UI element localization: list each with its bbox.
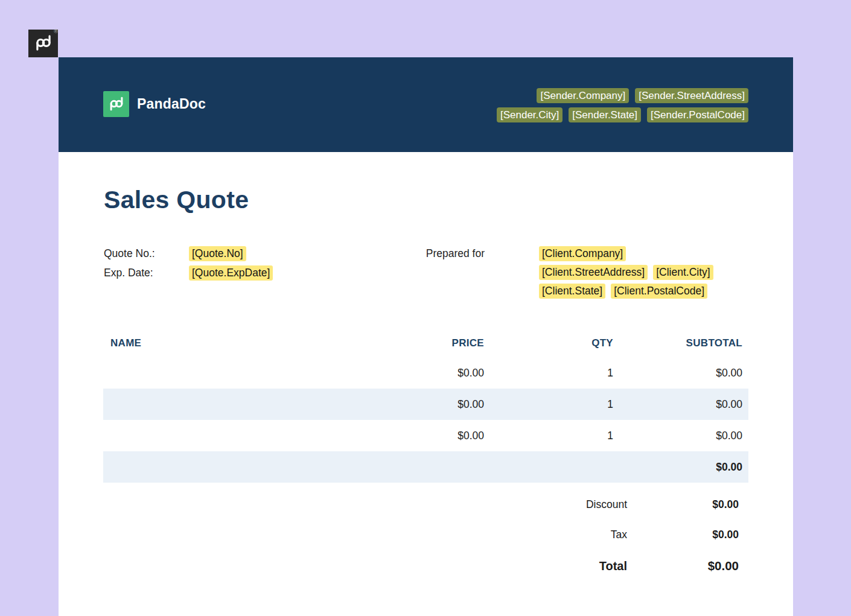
prepared-for-label: Prepared for — [59, 244, 485, 264]
item-subtotal-cell: $0.00 — [613, 367, 748, 379]
exp-date-placeholder[interactable]: [Quote.ExpDate] — [189, 265, 273, 281]
items-subtotal-row: $0.00 — [103, 451, 748, 483]
document-header: PandaDoc [Sender.Company] [Sender.Street… — [59, 57, 793, 152]
client-line-1: [Client.Company] — [539, 244, 626, 263]
registered-trademark-symbol: ® — [54, 29, 58, 34]
item-subtotal-cell: $0.00 — [613, 430, 748, 442]
sender-street-placeholder[interactable]: [Sender.StreetAddress] — [635, 88, 748, 103]
table-header-row: NAME PRICE QTY SUBTOTAL — [103, 329, 748, 357]
sender-line-2: [Sender.City] [Sender.State] [Sender.Pos… — [497, 107, 748, 122]
total-value: $0.00 — [708, 559, 739, 573]
totals-section: Discount $0.00 Tax $0.00 Total $0.00 — [59, 489, 793, 582]
discount-label: Discount — [586, 498, 627, 511]
total-label: Total — [599, 559, 627, 573]
item-qty-cell: 1 — [484, 430, 613, 442]
column-header-name: NAME — [103, 337, 357, 349]
items-subtotal-value: $0.00 — [613, 461, 748, 474]
discount-value: $0.00 — [712, 498, 739, 511]
item-qty-cell: 1 — [484, 367, 613, 379]
table-row[interactable]: $0.00 1 $0.00 — [103, 420, 748, 451]
page: ® PandaDoc [Sender.Company] — [0, 0, 851, 616]
sender-state-placeholder[interactable]: [Sender.State] — [569, 107, 641, 122]
pandadoc-watermark-logo: ® — [28, 30, 58, 57]
client-street-placeholder[interactable]: [Client.StreetAddress] — [539, 265, 648, 280]
item-qty-cell: 1 — [484, 398, 613, 411]
tax-row: Tax $0.00 — [59, 519, 793, 550]
sender-line-1: [Sender.Company] [Sender.StreetAddress] — [537, 88, 748, 103]
client-company-placeholder[interactable]: [Client.Company] — [539, 246, 626, 261]
client-address-block: [Client.Company] [Client.StreetAddress] … — [539, 244, 713, 300]
item-price-cell: $0.00 — [357, 367, 484, 379]
table-row[interactable]: $0.00 1 $0.00 — [103, 357, 748, 389]
pandadoc-mark-icon — [33, 33, 54, 54]
items-table: NAME PRICE QTY SUBTOTAL $0.00 1 $0.00 $0… — [103, 329, 748, 483]
total-row: Total $0.00 — [59, 550, 793, 582]
tax-label: Tax — [611, 529, 627, 541]
column-header-qty: QTY — [484, 337, 613, 349]
tax-value: $0.00 — [712, 529, 739, 541]
sender-address-block: [Sender.Company] [Sender.StreetAddress] … — [497, 88, 748, 122]
column-header-subtotal: SUBTOTAL — [613, 337, 748, 349]
sender-postalcode-placeholder[interactable]: [Sender.PostalCode] — [647, 107, 748, 122]
brand-wordmark: PandaDoc — [137, 96, 206, 112]
sales-quote-document: PandaDoc [Sender.Company] [Sender.Street… — [59, 57, 793, 616]
exp-date-label: Exp. Date: — [104, 264, 155, 283]
client-postalcode-placeholder[interactable]: [Client.PostalCode] — [611, 284, 707, 299]
page-title: Sales Quote — [104, 186, 249, 214]
discount-row: Discount $0.00 — [59, 489, 793, 519]
item-subtotal-cell: $0.00 — [613, 398, 748, 411]
table-row[interactable]: $0.00 1 $0.00 — [103, 389, 748, 420]
client-line-3: [Client.State] [Client.PostalCode] — [539, 282, 707, 300]
client-state-placeholder[interactable]: [Client.State] — [539, 284, 605, 299]
client-city-placeholder[interactable]: [Client.City] — [653, 265, 713, 280]
item-price-cell: $0.00 — [357, 398, 484, 411]
pandadoc-mark-icon — [103, 91, 129, 117]
brand-logo: PandaDoc — [103, 91, 206, 117]
client-line-2: [Client.StreetAddress] [Client.City] — [539, 263, 713, 282]
sender-city-placeholder[interactable]: [Sender.City] — [497, 107, 563, 122]
item-price-cell: $0.00 — [357, 430, 484, 442]
sender-company-placeholder[interactable]: [Sender.Company] — [537, 88, 629, 103]
column-header-price: PRICE — [357, 337, 484, 349]
